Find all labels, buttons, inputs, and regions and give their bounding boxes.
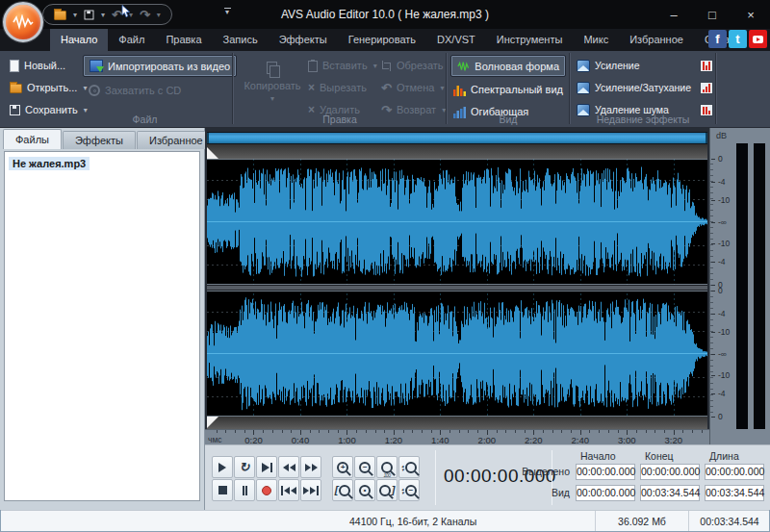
play-button[interactable]: [212, 456, 233, 478]
capture-cd-button[interactable]: Захватить с CD: [89, 81, 181, 100]
db-label: 0: [718, 154, 723, 164]
magnifier-icon: [379, 485, 391, 496]
tab-Файл[interactable]: Файл: [108, 29, 155, 51]
chevron-down-icon[interactable]: ▾: [73, 11, 77, 19]
selection-end-field[interactable]: 00:00:00.000: [640, 464, 700, 480]
app-window: ▾ ▾ ↶ ▾ ↷ ▾ ▾ AVS Audio Editor 10.0 ( Не…: [0, 0, 770, 532]
forward-button[interactable]: [300, 456, 321, 478]
youtube-icon[interactable]: [749, 30, 767, 48]
ruler-top[interactable]: [207, 144, 707, 159]
file-item[interactable]: Не жалея.mp3: [9, 157, 195, 170]
overview-scrollbar[interactable]: [207, 132, 707, 144]
timeline-tick: [654, 430, 655, 433]
zoom-in-button[interactable]: +: [332, 456, 353, 478]
tab-Запись[interactable]: Запись: [213, 29, 269, 51]
waveform-canvas[interactable]: [207, 159, 707, 417]
skip-end-button[interactable]: [300, 479, 321, 501]
zoom-vert-out-button[interactable]: ▴▾−: [398, 479, 420, 501]
tab-Правка[interactable]: Правка: [155, 29, 212, 51]
effect-amplify-button[interactable]: Усиление: [577, 56, 721, 75]
zoom-100-button[interactable]: 100: [376, 456, 398, 478]
panel-tabs: Файлы Эффекты Избранное: [0, 128, 204, 149]
rewind-button[interactable]: [278, 456, 299, 478]
cut-button[interactable]: × Вырезать: [308, 78, 367, 97]
timeline[interactable]: чмс 0:200:401:001:201:402:002:202:403:00…: [205, 429, 709, 444]
timeline-tick: [692, 430, 693, 433]
new-file-icon: [10, 60, 19, 72]
paste-button[interactable]: Вставить ▾: [308, 56, 377, 75]
open-icon[interactable]: [54, 11, 66, 20]
chevron-down-icon[interactable]: ▾: [101, 11, 105, 19]
stop-button[interactable]: [212, 479, 233, 501]
amplitude-icon[interactable]: [700, 60, 713, 72]
facebook-icon[interactable]: f: [708, 30, 727, 48]
customize-toolbar-button[interactable]: ▾: [222, 8, 232, 14]
maximize-button[interactable]: □: [693, 0, 732, 29]
db-tick: [711, 375, 715, 376]
pause-button[interactable]: [234, 479, 255, 501]
new-button[interactable]: Новый...: [10, 56, 65, 75]
redo-icon[interactable]: ↷: [140, 9, 150, 21]
header-start: Начало: [580, 450, 616, 462]
selection-start-field[interactable]: 00:00:00.000: [576, 464, 635, 480]
trim-button[interactable]: Обрезать: [381, 56, 444, 75]
file-size-status: 36.092 Мб: [595, 511, 688, 532]
timeline-tick: [505, 430, 506, 433]
selection-length-field[interactable]: 00:00:00.000: [705, 464, 764, 480]
loop-button[interactable]: ↻: [234, 456, 255, 478]
timeline-tick: [702, 430, 703, 433]
copy-button[interactable]: Копировать ▾: [242, 55, 303, 109]
open-button[interactable]: Открыть... ▾: [10, 78, 87, 97]
waveform-region: чмс 0:200:401:001:201:402:002:202:403:00…: [205, 128, 709, 444]
zoom-sel-start-button[interactable]: [: [332, 479, 353, 501]
db-label: -4: [718, 177, 726, 187]
play-next-button[interactable]: [256, 456, 277, 478]
tab-Эффекты[interactable]: Эффекты: [269, 29, 338, 51]
ribbon: Новый... Открыть... ▾ Сохранить ▾ Импорт…: [0, 51, 770, 128]
timeline-tick: [412, 430, 413, 433]
spectral-view-button[interactable]: Спектральный вид: [452, 80, 563, 99]
tab-effects[interactable]: Эффекты: [63, 131, 136, 149]
tab-Генерировать[interactable]: Генерировать: [338, 29, 426, 51]
view-length-field[interactable]: 00:03:34.544: [705, 485, 764, 501]
save-icon[interactable]: [85, 10, 94, 19]
tab-Микс[interactable]: Микс: [573, 29, 619, 51]
timeline-tick: [682, 430, 683, 433]
zoom-all-button[interactable]: •: [354, 479, 375, 501]
ribbon-group-edit: Копировать ▾ Вставить ▾ × Вырезать × Уда…: [234, 51, 446, 128]
tab-Избранное[interactable]: Избранное: [619, 29, 694, 51]
effect-icon: [577, 82, 590, 94]
timeline-tick: [636, 430, 637, 433]
timeline-tick: [235, 430, 236, 433]
tab-favorites[interactable]: Избранное: [137, 131, 216, 149]
transport-grid: ↻: [212, 456, 321, 501]
view-start-field[interactable]: 00:00:00.000: [576, 485, 635, 501]
tab-Начало[interactable]: Начало: [50, 29, 108, 51]
ruler-bottom[interactable]: [207, 417, 707, 429]
skip-start-button[interactable]: [278, 479, 299, 501]
minimize-button[interactable]: –: [654, 0, 693, 29]
tab-Инструменты[interactable]: Инструменты: [486, 29, 574, 51]
view-end-field[interactable]: 00:03:34.544: [640, 485, 700, 501]
tab-files[interactable]: Файлы: [3, 129, 62, 149]
zoom-vert-in-button[interactable]: ▴▾: [398, 456, 420, 478]
timeline-tick: [263, 430, 264, 433]
zoom-out-button[interactable]: −: [354, 456, 375, 478]
record-button[interactable]: [256, 479, 277, 501]
effect-fade-button[interactable]: Усиление/Затухание: [577, 78, 721, 97]
zoom-sel-end-button[interactable]: ]: [376, 479, 398, 501]
undo-button[interactable]: ↶ Отмена ▾: [381, 78, 444, 97]
timeline-tick: [449, 430, 450, 433]
tab-DX/VST[interactable]: DX/VST: [426, 29, 486, 51]
fade-icon[interactable]: [700, 82, 713, 94]
waveform-view-button[interactable]: Волновая форма: [450, 55, 566, 77]
chevron-down-icon[interactable]: ▾: [157, 11, 161, 19]
import-from-video-button[interactable]: Импортировать из видео: [83, 55, 237, 77]
close-button[interactable]: ×: [732, 0, 770, 29]
timeline-unit: чмс: [208, 435, 222, 444]
app-logo-icon[interactable]: [3, 2, 43, 42]
twitter-icon[interactable]: t: [729, 30, 747, 48]
magnifier-icon: [405, 462, 417, 473]
titlebar: ▾ ▾ ↶ ▾ ↷ ▾ ▾ AVS Audio Editor 10.0 ( Не…: [0, 0, 770, 29]
level-meter-right: [754, 143, 765, 429]
